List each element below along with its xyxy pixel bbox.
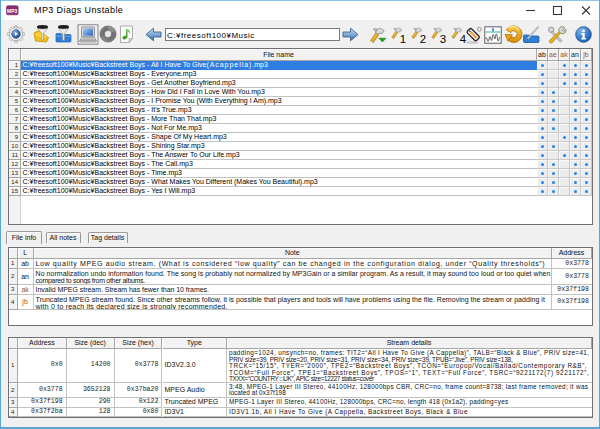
svg-text:MP3: MP3 bbox=[7, 8, 18, 14]
svg-text:3: 3 bbox=[439, 33, 445, 44]
svg-text:1: 1 bbox=[399, 33, 405, 44]
svg-text:2: 2 bbox=[419, 33, 425, 44]
